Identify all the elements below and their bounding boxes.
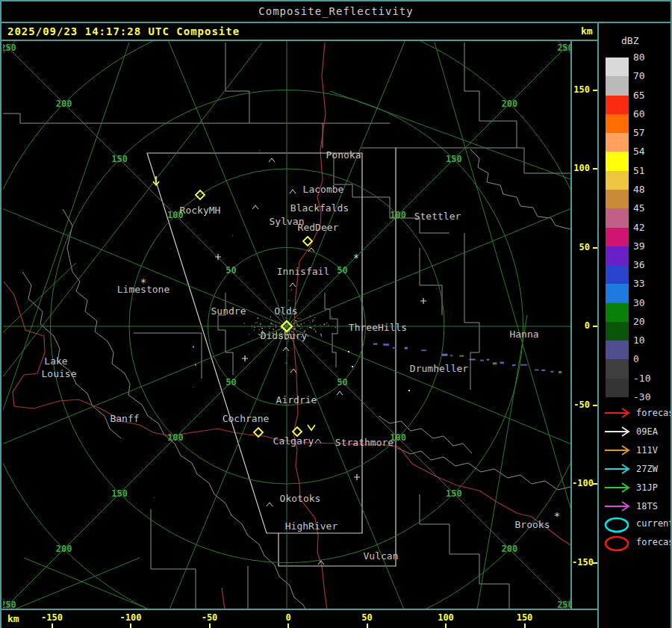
legend-arrow-forecast: forecast bbox=[602, 405, 672, 420]
city-label: ThreeHills bbox=[349, 322, 407, 333]
city-label: HighRiver bbox=[285, 520, 338, 532]
clutter-speckle bbox=[312, 320, 314, 320]
echo-dash bbox=[393, 347, 396, 349]
echo-dash bbox=[520, 364, 527, 366]
caret-marker bbox=[290, 283, 296, 287]
dbz-color-block bbox=[606, 303, 629, 322]
legend-arrow-31jp-icon bbox=[603, 480, 633, 495]
legend-arrow-111v: 111V bbox=[602, 443, 672, 458]
clutter-speckle bbox=[193, 387, 193, 388]
clutter-speckle bbox=[276, 327, 276, 328]
clutter-speckle bbox=[287, 325, 288, 326]
right-axis-label: 50 bbox=[572, 242, 590, 252]
clutter-speckle bbox=[287, 339, 289, 340]
clutter-speckle bbox=[311, 335, 311, 336]
clutter-speckle bbox=[300, 317, 301, 319]
caret-marker bbox=[290, 190, 296, 193]
ring-distance-label: 200 bbox=[56, 544, 72, 554]
clutter-speckle bbox=[304, 323, 305, 323]
caret-marker bbox=[267, 503, 273, 506]
dbz-color-block bbox=[606, 341, 629, 359]
clutter-speckle bbox=[332, 333, 332, 334]
ring-distance-label: 50 bbox=[337, 265, 347, 276]
clutter-speckle bbox=[279, 314, 280, 315]
legend-ellipse-current-label: current bbox=[636, 516, 672, 531]
city-label: Lacombe bbox=[303, 184, 344, 195]
bottom-axis-label: 50 bbox=[349, 612, 385, 623]
clutter-speckle bbox=[289, 334, 290, 335]
clutter-speckle bbox=[361, 506, 362, 507]
clutter-speckle bbox=[321, 329, 322, 330]
clutter-speckle bbox=[270, 332, 270, 332]
clutter-speckle bbox=[297, 325, 298, 326]
dbz-color-block bbox=[606, 284, 629, 302]
echo-dot bbox=[195, 364, 196, 366]
right-axis-label: 100 bbox=[572, 163, 590, 173]
clutter-speckle bbox=[259, 329, 260, 330]
clutter-speckle bbox=[300, 332, 301, 333]
echo-dash bbox=[512, 364, 515, 366]
clutter-speckle bbox=[264, 326, 266, 327]
clutter-speckle bbox=[154, 497, 155, 498]
clutter-speckle bbox=[279, 329, 279, 330]
radar-map-canvas[interactable]: 5050505010010010010015015015015020020020… bbox=[3, 41, 572, 609]
echo-dash bbox=[559, 371, 561, 373]
clutter-speckle bbox=[296, 331, 296, 332]
dbz-color-block bbox=[606, 114, 629, 133]
clutter-speckle bbox=[302, 330, 303, 331]
clutter-speckle bbox=[244, 323, 245, 324]
clutter-speckle bbox=[302, 328, 302, 329]
clutter-speckle bbox=[314, 317, 315, 318]
legend-ellipse-forecast: forecast bbox=[602, 535, 672, 550]
ring-distance-label: 250 bbox=[557, 600, 570, 609]
dot-marker bbox=[352, 366, 353, 367]
plus-marker bbox=[420, 298, 426, 304]
clutter-speckle bbox=[481, 491, 482, 491]
dbz-scale-label: 30 bbox=[633, 297, 659, 309]
clutter-speckle bbox=[476, 140, 476, 140]
city-label: Vulcan bbox=[364, 550, 399, 562]
clutter-speckle bbox=[249, 334, 249, 335]
ring-distance-label: 100 bbox=[167, 432, 184, 443]
caret-marker bbox=[269, 158, 275, 162]
city-label: Blackfalds bbox=[290, 202, 349, 214]
clutter-speckle bbox=[314, 338, 315, 338]
dbz-color-block bbox=[606, 96, 629, 114]
clutter-speckle bbox=[295, 329, 296, 329]
caret-marker bbox=[252, 205, 258, 209]
dbz-scale-label: 70 bbox=[633, 70, 659, 82]
clutter-speckle bbox=[232, 235, 233, 236]
ring-distance-label: 250 bbox=[3, 43, 16, 53]
ring-distance-label: 250 bbox=[3, 600, 16, 609]
clutter-speckle bbox=[265, 340, 266, 341]
clutter-speckle bbox=[300, 328, 301, 329]
legend-ellipse-forecast-label: forecast bbox=[636, 535, 672, 550]
clutter-speckle bbox=[279, 322, 280, 323]
plus-marker bbox=[242, 355, 248, 361]
down-arrow-marker bbox=[153, 176, 159, 185]
scale-title: dBZ bbox=[621, 35, 638, 46]
clutter-speckle bbox=[275, 335, 276, 335]
clutter-speckle bbox=[260, 323, 261, 325]
clutter-speckle bbox=[332, 317, 332, 317]
dbz-scale-label: 39 bbox=[633, 240, 659, 252]
clutter-speckle bbox=[301, 323, 302, 325]
clutter-speckle bbox=[284, 327, 285, 328]
clutter-speckle bbox=[270, 335, 271, 336]
clutter-speckle bbox=[252, 326, 252, 327]
clutter-speckle bbox=[284, 334, 286, 335]
clutter-speckle bbox=[288, 300, 289, 301]
clutter-speckle bbox=[273, 329, 273, 329]
legend-arrow-09ea: 09EA bbox=[602, 424, 672, 439]
clutter-speckle bbox=[288, 341, 289, 342]
clutter-speckle bbox=[287, 335, 287, 336]
echo-dot bbox=[193, 346, 194, 348]
ring-distance-label: 50 bbox=[225, 265, 236, 276]
city-label: Ponoka bbox=[326, 149, 361, 161]
clutter-speckle bbox=[285, 317, 287, 318]
legend-arrow-111v-label: 111V bbox=[636, 443, 658, 458]
clutter-speckle bbox=[296, 336, 298, 338]
clutter-speckle bbox=[293, 335, 293, 335]
clutter-speckle bbox=[261, 334, 263, 335]
clutter-speckle bbox=[296, 332, 297, 333]
